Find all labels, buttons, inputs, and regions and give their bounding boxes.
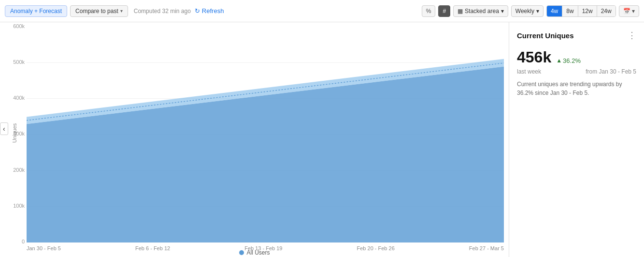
metric-from: from Jan 30 - Feb 5: [586, 68, 636, 75]
y-tick-500k: 500k: [13, 59, 25, 65]
metric-description: Current uniques are trending upwards by …: [517, 80, 636, 97]
y-tick-600k: 600k: [13, 23, 25, 29]
compare-to-past-button[interactable]: Compare to past ▾: [70, 5, 128, 17]
metric-change: ▲ 36.2%: [556, 57, 581, 64]
y-tick-0: 0: [22, 239, 25, 244]
change-percent: 36.2%: [563, 57, 581, 64]
sidebar-title: Current Uniques: [517, 31, 574, 40]
y-tick-400k: 400k: [13, 95, 25, 101]
sidebar-menu-icon[interactable]: ⋮: [628, 30, 636, 41]
stacked-area-button[interactable]: ▦ Stacked area ▾: [453, 5, 508, 17]
refresh-icon: ↻: [195, 7, 200, 15]
prev-nav-button[interactable]: ‹: [0, 122, 8, 135]
legend-label: All Users: [246, 249, 270, 256]
hash-button[interactable]: #: [438, 5, 450, 17]
metric-value: 456k: [517, 48, 551, 66]
toolbar: Anomaly + Forecast Compare to past ▾ Com…: [0, 0, 644, 22]
chart-area: Uniques 600k 500k 400k 300k 200k: [0, 22, 509, 257]
left-controls: Anomaly + Forecast Compare to past ▾: [5, 5, 128, 17]
calendar-icon: 📅: [623, 8, 630, 15]
percent-button[interactable]: %: [422, 5, 436, 17]
stacked-area-icon: ▦: [458, 8, 463, 15]
weekly-chevron-icon: ▾: [536, 8, 539, 15]
x-label-2: Feb 6 - Feb 12: [135, 245, 170, 251]
chart-svg: [27, 27, 504, 242]
chart-wrapper: 600k 500k 400k 300k 200k 100k 0: [27, 27, 504, 242]
y-tick-100k: 100k: [13, 203, 25, 209]
stacked-area-label: Stacked area: [465, 8, 499, 15]
range-12w-button[interactable]: 12w: [578, 6, 597, 16]
refresh-button[interactable]: ↻ Refresh: [195, 7, 224, 15]
calendar-chevron-icon: ▾: [632, 8, 635, 15]
compare-chevron-icon: ▾: [120, 8, 123, 14]
metric-label: last week: [517, 68, 541, 75]
sidebar: Current Uniques ⋮ 456k ▲ 36.2% last week…: [509, 22, 644, 257]
chart-legend: All Users: [239, 249, 270, 256]
x-label-1: Jan 30 - Feb 5: [27, 245, 61, 251]
metric-arrow-icon: ▲: [556, 57, 562, 64]
period-row: last week from Jan 30 - Feb 5: [517, 68, 636, 75]
x-label-4: Feb 20 - Feb 26: [357, 245, 395, 251]
range-24w-button[interactable]: 24w: [597, 6, 615, 16]
compare-to-past-label: Compare to past: [75, 8, 118, 15]
y-tick-300k: 300k: [13, 131, 25, 136]
right-controls: % # ▦ Stacked area ▾ Weekly ▾ 4w 8w 12w …: [422, 5, 639, 17]
calendar-button[interactable]: 📅 ▾: [619, 5, 639, 17]
y-tick-200k: 200k: [13, 167, 25, 173]
range-8w-button[interactable]: 8w: [562, 6, 578, 16]
main-content: ‹ Uniques 600k 500k 400k 300k 200k: [0, 22, 644, 257]
weekly-button[interactable]: Weekly ▾: [511, 5, 544, 17]
metric-row: 456k ▲ 36.2%: [517, 48, 636, 66]
sidebar-header: Current Uniques ⋮: [517, 30, 636, 41]
legend-dot: [239, 250, 243, 255]
anomaly-forecast-button[interactable]: Anomaly + Forecast: [5, 5, 67, 17]
refresh-label: Refresh: [202, 7, 224, 15]
stacked-area-chevron-icon: ▾: [501, 8, 504, 15]
range-4w-button[interactable]: 4w: [547, 6, 562, 16]
weekly-label: Weekly: [515, 8, 534, 15]
computed-text: Computed 32 min ago: [134, 8, 191, 15]
x-label-5: Feb 27 - Mar 5: [469, 245, 504, 251]
time-range-group: 4w 8w 12w 24w: [546, 5, 616, 17]
